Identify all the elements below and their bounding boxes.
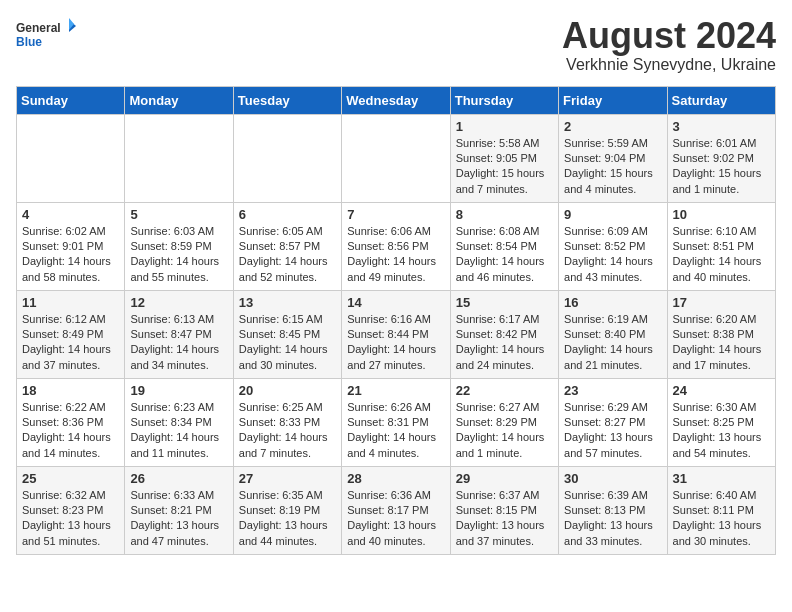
day-number: 21 (347, 383, 444, 398)
day-info: Sunrise: 6:02 AM Sunset: 9:01 PM Dayligh… (22, 224, 119, 286)
day-info: Sunrise: 6:19 AM Sunset: 8:40 PM Dayligh… (564, 312, 661, 374)
day-info: Sunrise: 6:36 AM Sunset: 8:17 PM Dayligh… (347, 488, 444, 550)
day-info: Sunrise: 6:30 AM Sunset: 8:25 PM Dayligh… (673, 400, 770, 462)
day-number: 1 (456, 119, 553, 134)
calendar-cell: 26Sunrise: 6:33 AM Sunset: 8:21 PM Dayli… (125, 466, 233, 554)
calendar-cell: 8Sunrise: 6:08 AM Sunset: 8:54 PM Daylig… (450, 202, 558, 290)
day-info: Sunrise: 5:59 AM Sunset: 9:04 PM Dayligh… (564, 136, 661, 198)
calendar-cell (17, 114, 125, 202)
calendar-cell: 6Sunrise: 6:05 AM Sunset: 8:57 PM Daylig… (233, 202, 341, 290)
day-info: Sunrise: 6:35 AM Sunset: 8:19 PM Dayligh… (239, 488, 336, 550)
day-info: Sunrise: 6:29 AM Sunset: 8:27 PM Dayligh… (564, 400, 661, 462)
calendar-cell: 31Sunrise: 6:40 AM Sunset: 8:11 PM Dayli… (667, 466, 775, 554)
day-info: Sunrise: 6:27 AM Sunset: 8:29 PM Dayligh… (456, 400, 553, 462)
day-header-wednesday: Wednesday (342, 86, 450, 114)
day-number: 7 (347, 207, 444, 222)
day-number: 30 (564, 471, 661, 486)
calendar-cell: 15Sunrise: 6:17 AM Sunset: 8:42 PM Dayli… (450, 290, 558, 378)
calendar-cell: 10Sunrise: 6:10 AM Sunset: 8:51 PM Dayli… (667, 202, 775, 290)
day-info: Sunrise: 6:13 AM Sunset: 8:47 PM Dayligh… (130, 312, 227, 374)
day-number: 23 (564, 383, 661, 398)
calendar-cell: 16Sunrise: 6:19 AM Sunset: 8:40 PM Dayli… (559, 290, 667, 378)
calendar-cell: 23Sunrise: 6:29 AM Sunset: 8:27 PM Dayli… (559, 378, 667, 466)
day-info: Sunrise: 5:58 AM Sunset: 9:05 PM Dayligh… (456, 136, 553, 198)
calendar-table: SundayMondayTuesdayWednesdayThursdayFrid… (16, 86, 776, 555)
calendar-cell: 4Sunrise: 6:02 AM Sunset: 9:01 PM Daylig… (17, 202, 125, 290)
day-header-monday: Monday (125, 86, 233, 114)
logo-svg: General Blue (16, 16, 76, 56)
day-header-tuesday: Tuesday (233, 86, 341, 114)
day-header-sunday: Sunday (17, 86, 125, 114)
calendar-cell (342, 114, 450, 202)
day-number: 19 (130, 383, 227, 398)
calendar-cell: 20Sunrise: 6:25 AM Sunset: 8:33 PM Dayli… (233, 378, 341, 466)
day-header-friday: Friday (559, 86, 667, 114)
day-number: 28 (347, 471, 444, 486)
calendar-cell: 24Sunrise: 6:30 AM Sunset: 8:25 PM Dayli… (667, 378, 775, 466)
day-number: 10 (673, 207, 770, 222)
week-row-3: 11Sunrise: 6:12 AM Sunset: 8:49 PM Dayli… (17, 290, 776, 378)
calendar-cell: 12Sunrise: 6:13 AM Sunset: 8:47 PM Dayli… (125, 290, 233, 378)
calendar-cell: 29Sunrise: 6:37 AM Sunset: 8:15 PM Dayli… (450, 466, 558, 554)
day-info: Sunrise: 6:25 AM Sunset: 8:33 PM Dayligh… (239, 400, 336, 462)
calendar-cell: 18Sunrise: 6:22 AM Sunset: 8:36 PM Dayli… (17, 378, 125, 466)
day-header-thursday: Thursday (450, 86, 558, 114)
day-number: 4 (22, 207, 119, 222)
day-number: 15 (456, 295, 553, 310)
day-number: 2 (564, 119, 661, 134)
calendar-cell: 19Sunrise: 6:23 AM Sunset: 8:34 PM Dayli… (125, 378, 233, 466)
day-info: Sunrise: 6:39 AM Sunset: 8:13 PM Dayligh… (564, 488, 661, 550)
calendar-cell (125, 114, 233, 202)
title-area: August 2024 Verkhnie Synevydne, Ukraine (562, 16, 776, 74)
day-info: Sunrise: 6:23 AM Sunset: 8:34 PM Dayligh… (130, 400, 227, 462)
day-info: Sunrise: 6:26 AM Sunset: 8:31 PM Dayligh… (347, 400, 444, 462)
day-info: Sunrise: 6:15 AM Sunset: 8:45 PM Dayligh… (239, 312, 336, 374)
day-info: Sunrise: 6:40 AM Sunset: 8:11 PM Dayligh… (673, 488, 770, 550)
day-info: Sunrise: 6:37 AM Sunset: 8:15 PM Dayligh… (456, 488, 553, 550)
day-info: Sunrise: 6:17 AM Sunset: 8:42 PM Dayligh… (456, 312, 553, 374)
day-number: 20 (239, 383, 336, 398)
day-number: 5 (130, 207, 227, 222)
day-info: Sunrise: 6:33 AM Sunset: 8:21 PM Dayligh… (130, 488, 227, 550)
day-header-saturday: Saturday (667, 86, 775, 114)
week-row-2: 4Sunrise: 6:02 AM Sunset: 9:01 PM Daylig… (17, 202, 776, 290)
calendar-cell: 21Sunrise: 6:26 AM Sunset: 8:31 PM Dayli… (342, 378, 450, 466)
svg-text:General: General (16, 21, 61, 35)
day-number: 24 (673, 383, 770, 398)
day-info: Sunrise: 6:06 AM Sunset: 8:56 PM Dayligh… (347, 224, 444, 286)
day-info: Sunrise: 6:03 AM Sunset: 8:59 PM Dayligh… (130, 224, 227, 286)
calendar-cell: 7Sunrise: 6:06 AM Sunset: 8:56 PM Daylig… (342, 202, 450, 290)
day-number: 25 (22, 471, 119, 486)
day-number: 11 (22, 295, 119, 310)
location-subtitle: Verkhnie Synevydne, Ukraine (562, 56, 776, 74)
calendar-cell: 14Sunrise: 6:16 AM Sunset: 8:44 PM Dayli… (342, 290, 450, 378)
day-number: 31 (673, 471, 770, 486)
day-number: 29 (456, 471, 553, 486)
calendar-cell: 3Sunrise: 6:01 AM Sunset: 9:02 PM Daylig… (667, 114, 775, 202)
day-number: 26 (130, 471, 227, 486)
day-number: 16 (564, 295, 661, 310)
day-info: Sunrise: 6:12 AM Sunset: 8:49 PM Dayligh… (22, 312, 119, 374)
calendar-cell: 27Sunrise: 6:35 AM Sunset: 8:19 PM Dayli… (233, 466, 341, 554)
header: General Blue August 2024 Verkhnie Synevy… (16, 16, 776, 74)
week-row-4: 18Sunrise: 6:22 AM Sunset: 8:36 PM Dayli… (17, 378, 776, 466)
calendar-cell: 17Sunrise: 6:20 AM Sunset: 8:38 PM Dayli… (667, 290, 775, 378)
day-number: 22 (456, 383, 553, 398)
day-info: Sunrise: 6:09 AM Sunset: 8:52 PM Dayligh… (564, 224, 661, 286)
day-info: Sunrise: 6:32 AM Sunset: 8:23 PM Dayligh… (22, 488, 119, 550)
calendar-cell: 22Sunrise: 6:27 AM Sunset: 8:29 PM Dayli… (450, 378, 558, 466)
day-number: 9 (564, 207, 661, 222)
header-row: SundayMondayTuesdayWednesdayThursdayFrid… (17, 86, 776, 114)
day-number: 17 (673, 295, 770, 310)
week-row-1: 1Sunrise: 5:58 AM Sunset: 9:05 PM Daylig… (17, 114, 776, 202)
day-info: Sunrise: 6:08 AM Sunset: 8:54 PM Dayligh… (456, 224, 553, 286)
calendar-cell: 25Sunrise: 6:32 AM Sunset: 8:23 PM Dayli… (17, 466, 125, 554)
logo: General Blue (16, 16, 76, 56)
calendar-cell: 28Sunrise: 6:36 AM Sunset: 8:17 PM Dayli… (342, 466, 450, 554)
day-number: 18 (22, 383, 119, 398)
month-title: August 2024 (562, 16, 776, 56)
svg-text:Blue: Blue (16, 35, 42, 49)
calendar-cell: 30Sunrise: 6:39 AM Sunset: 8:13 PM Dayli… (559, 466, 667, 554)
calendar-cell: 13Sunrise: 6:15 AM Sunset: 8:45 PM Dayli… (233, 290, 341, 378)
day-number: 8 (456, 207, 553, 222)
